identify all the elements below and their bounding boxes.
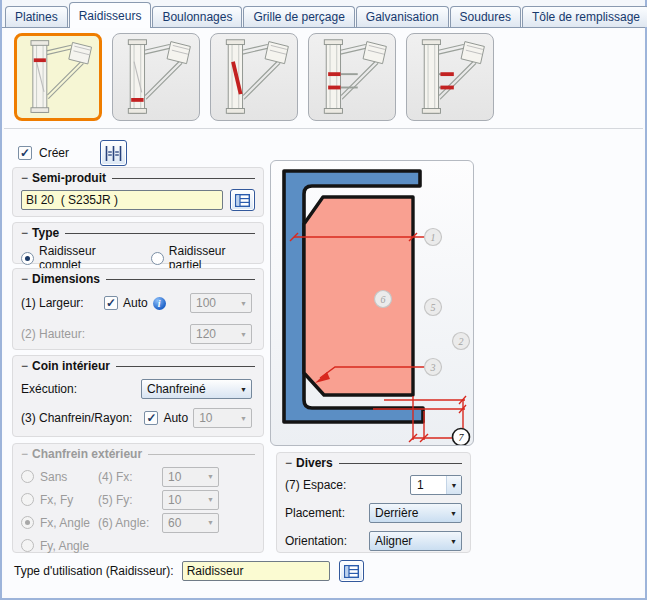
callout-1: 1 xyxy=(431,232,436,243)
stiffener-diagram: 1 6 5 2 3 7 xyxy=(270,160,474,446)
espace-select[interactable]: 1▼ xyxy=(410,475,462,495)
joint-diagram-icon xyxy=(310,35,394,119)
radio-sans xyxy=(21,470,34,483)
catalog-table-icon xyxy=(235,194,250,207)
radio-label: Fy, Angle xyxy=(40,539,89,553)
tab-platines[interactable]: Platines xyxy=(5,6,68,27)
callout-3: 3 xyxy=(430,362,436,373)
group-title: Semi-produit xyxy=(32,171,106,185)
tab-raidisseurs[interactable]: Raidisseurs xyxy=(69,2,152,28)
orientation-label: Orientation: xyxy=(285,534,347,548)
chevron-down-icon: ▼ xyxy=(236,331,251,338)
tab-grille-de-percage[interactable]: Grille de perçage xyxy=(243,6,354,27)
group-divers: −Divers (7) Espace: 1▼ Placement: Derriè… xyxy=(276,452,471,553)
radio-label: Sans xyxy=(40,470,98,484)
usage-type-input[interactable] xyxy=(182,561,330,581)
stiffener-section-drawing: 1 6 5 2 3 7 xyxy=(271,161,473,445)
callout-5: 5 xyxy=(431,302,436,313)
chevron-down-icon: ▼ xyxy=(446,476,461,494)
orientation-select[interactable]: Aligner▼ xyxy=(369,531,462,551)
fx-label: (4) Fx: xyxy=(98,470,162,484)
usage-type-label: Type d'utilisation (Raidisseur): xyxy=(14,564,174,578)
info-icon: i xyxy=(153,297,166,310)
usage-type-browse-button[interactable] xyxy=(339,560,364,582)
group-semi-produit: −Semi-produit xyxy=(12,167,264,217)
fy-label: (5) Fy: xyxy=(98,493,162,507)
callout-6: 6 xyxy=(381,294,386,305)
tab-soudures[interactable]: Soudures xyxy=(450,6,521,27)
execution-select[interactable]: Chanfreiné▼ xyxy=(141,379,252,399)
tab-page: ✓ Créer −Semi-produit xyxy=(4,28,643,596)
semi-produit-input[interactable] xyxy=(21,190,223,210)
auto-label: Auto xyxy=(163,411,188,425)
group-title: Coin intérieur xyxy=(32,359,110,373)
group-chanfrein-exterieur: −Chanfrein extérieur Sans (4) Fx: 10▼ Fx… xyxy=(12,443,264,553)
distribute-horizontal-icon xyxy=(105,146,122,161)
angle-label: (6) Angle: xyxy=(98,516,162,530)
largeur-label: (1) Largeur: xyxy=(21,296,99,310)
group-coin-interieur: −Coin intérieur Exécution: Chanfreiné▼ (… xyxy=(12,355,264,437)
tab-tole-de-remplissage[interactable]: Tôle de remplissage xyxy=(522,6,647,27)
placement-select[interactable]: Derrière▼ xyxy=(369,503,462,523)
fx-select: 10▼ xyxy=(162,467,219,487)
chevron-down-icon: ▼ xyxy=(446,510,461,517)
joint-diagram-icon xyxy=(212,35,296,119)
radio-fx-fy xyxy=(21,493,34,506)
semi-produit-browse-button[interactable] xyxy=(230,189,255,211)
create-checkbox[interactable]: ✓ xyxy=(18,146,32,160)
radio-fx-angle xyxy=(21,516,34,529)
group-dimensions: −Dimensions (1) Largeur: ✓ Auto i 100▼ (… xyxy=(12,268,264,350)
joint-diagram-icon xyxy=(408,35,492,119)
group-type: −Type Raidisseur complet Raidisseur part… xyxy=(12,222,264,264)
joint-diagram-icon xyxy=(17,36,99,118)
separator xyxy=(4,128,643,129)
largeur-select: 100▼ xyxy=(190,293,252,313)
joint-thumbnail-2[interactable] xyxy=(112,33,200,121)
chevron-down-icon: ▼ xyxy=(446,538,461,545)
joint-thumbnail-4[interactable] xyxy=(308,33,396,121)
joint-thumbnail-3[interactable] xyxy=(210,33,298,121)
joint-type-gallery xyxy=(14,33,494,121)
tab-bar: Platines Raidisseurs Boulonnages Grille … xyxy=(2,0,645,28)
group-title: Chanfrein extérieur xyxy=(32,447,142,461)
chevron-down-icon: ▼ xyxy=(236,415,251,422)
hauteur-label: (2) Hauteur: xyxy=(21,327,85,341)
radio-label: Fx, Angle xyxy=(40,516,98,530)
chevron-down-icon: ▼ xyxy=(203,473,218,480)
execution-label: Exécution: xyxy=(21,382,141,396)
chevron-down-icon: ▼ xyxy=(203,519,218,526)
placement-label: Placement: xyxy=(285,506,345,520)
group-title: Divers xyxy=(296,456,333,470)
tab-boulonnages[interactable]: Boulonnages xyxy=(152,6,242,27)
radio-raidisseur-partiel[interactable] xyxy=(151,252,164,265)
tab-galvanisation[interactable]: Galvanisation xyxy=(356,6,449,27)
chanfrein-auto-checkbox[interactable]: ✓ xyxy=(144,411,158,425)
radio-fy-angle xyxy=(21,539,34,552)
joint-thumbnail-5[interactable] xyxy=(406,33,494,121)
hauteur-select: 120▼ xyxy=(190,324,252,344)
catalog-table-icon xyxy=(344,565,359,578)
group-title: Type xyxy=(32,226,59,240)
angle-select: 60▼ xyxy=(162,513,219,533)
joint-thumbnail-1[interactable] xyxy=(14,33,102,121)
largeur-auto-checkbox[interactable]: ✓ xyxy=(104,296,118,310)
espace-label: (7) Espace: xyxy=(285,478,346,492)
chevron-down-icon: ▼ xyxy=(236,386,251,393)
chanfrein-rayon-select: 10▼ xyxy=(193,408,252,428)
chanfrein-rayon-label: (3) Chanfrein/Rayon: xyxy=(21,411,139,425)
radio-label: Fx, Fy xyxy=(40,493,98,507)
spacing-button[interactable] xyxy=(100,140,127,166)
group-title: Dimensions xyxy=(32,272,100,286)
fy-select: 10▼ xyxy=(162,490,219,510)
joint-diagram-icon xyxy=(114,35,198,119)
usage-type-row: Type d'utilisation (Raidisseur): xyxy=(14,560,364,582)
create-row: ✓ Créer xyxy=(18,140,127,166)
create-label: Créer xyxy=(39,146,69,160)
raidisseurs-dialog: Platines Raidisseurs Boulonnages Grille … xyxy=(0,0,647,600)
chevron-down-icon: ▼ xyxy=(203,496,218,503)
chevron-down-icon: ▼ xyxy=(236,300,251,307)
radio-raidisseur-complet[interactable] xyxy=(21,252,34,265)
auto-label: Auto xyxy=(123,296,148,310)
callout-2: 2 xyxy=(459,336,464,347)
